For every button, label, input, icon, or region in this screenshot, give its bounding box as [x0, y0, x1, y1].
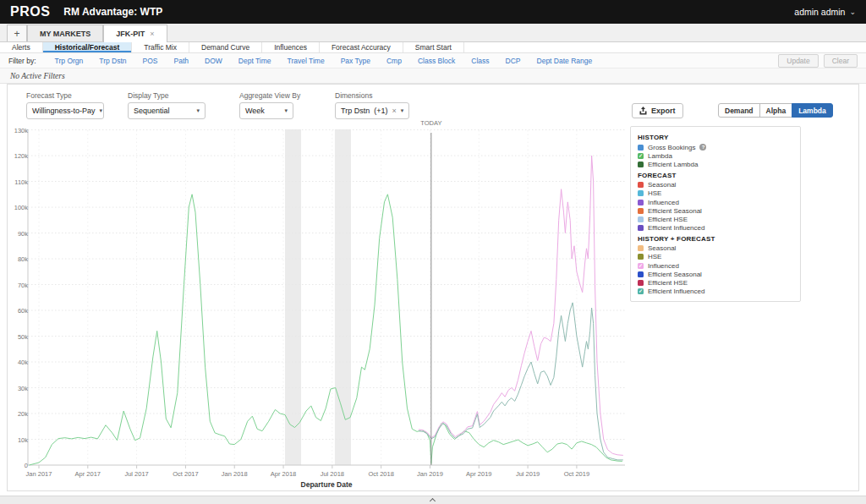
y-tick-label: 10k	[8, 436, 28, 444]
legend-item-history-forecast-hse[interactable]: HSE	[638, 253, 793, 261]
legend-item-forecast-efficient-seasonal[interactable]: Efficient Seasonal	[638, 206, 793, 215]
filter-link-cmp[interactable]: Cmp	[386, 57, 402, 65]
legend-item-history-forecast-influenced[interactable]: ✓Influenced	[638, 261, 793, 270]
shaded-band	[285, 129, 301, 465]
legend-label: Efficient Lambda	[648, 161, 698, 168]
tab-smart-start[interactable]: Smart Start	[403, 42, 464, 52]
tab-jfk-pit[interactable]: JFK-PIT ×	[103, 25, 167, 42]
tab-my-markets[interactable]: MY MARKETS	[27, 25, 103, 41]
tab-traffic-mix[interactable]: Traffic Mix	[132, 42, 189, 52]
x-tick-label: Jul 2017	[113, 470, 161, 478]
legend-checkbox[interactable]	[638, 162, 644, 167]
legend-checkbox[interactable]	[638, 182, 644, 188]
chart-legend: HISTORYGross Bookings?✓LambdaEfficient L…	[630, 126, 801, 302]
filter-link-pax-type[interactable]: Pax Type	[341, 57, 370, 65]
x-tick-label: Oct 2019	[553, 470, 600, 478]
x-tick-label: Jul 2018	[309, 470, 356, 478]
add-tab-button[interactable]: +	[7, 25, 27, 41]
legend-section-title-history: HISTORY	[638, 134, 793, 141]
bottom-scrollbar[interactable]	[0, 496, 866, 504]
filter-link-trp-orgn[interactable]: Trp Orgn	[55, 57, 84, 65]
tab-influences[interactable]: Influences	[262, 42, 320, 52]
legend-checkbox[interactable]	[638, 225, 644, 231]
tab-forecast-accuracy[interactable]: Forecast Accuracy	[320, 42, 403, 52]
legend-item-forecast-efficient-hse[interactable]: Efficient HSE	[638, 215, 793, 223]
filter-link-dow[interactable]: DOW	[205, 57, 222, 65]
legend-checkbox[interactable]: ✓	[638, 288, 644, 294]
x-tick-label: Jan 2017	[15, 470, 63, 478]
y-tick-label: 90k	[8, 230, 28, 238]
tab-historical-forecast[interactable]: Historical/Forecast	[43, 42, 133, 52]
y-tick-label: 100k	[8, 204, 28, 211]
legend-checkbox[interactable]	[638, 216, 644, 222]
help-icon[interactable]: ?	[699, 144, 706, 151]
filter-link-travel-time[interactable]: Travel Time	[288, 57, 325, 65]
forecast-chart-svg	[26, 126, 628, 471]
legend-section-title-history-forecast: HISTORY + FORECAST	[638, 235, 793, 243]
y-tick-label: 70k	[8, 282, 28, 289]
x-tick-label: Jan 2019	[406, 470, 453, 478]
legend-item-history-forecast-efficient-seasonal[interactable]: Efficient Seasonal	[638, 270, 793, 278]
filter-link-dept-time[interactable]: Dept Time	[238, 57, 271, 65]
y-tick-label: 120k	[8, 152, 28, 160]
legend-checkbox[interactable]: ✓	[638, 263, 644, 269]
tab-label: JFK-PIT	[116, 30, 145, 38]
x-tick-label: Oct 2018	[358, 470, 405, 478]
today-label: TODAY	[413, 119, 450, 127]
update-button[interactable]: Update	[778, 54, 818, 68]
legend-item-history-forecast-seasonal[interactable]: Seasonal	[638, 244, 793, 253]
filter-link-trp-dstn[interactable]: Trp Dstn	[99, 57, 126, 65]
x-tick-label: Apr 2018	[260, 470, 307, 478]
y-tick-label: 110k	[8, 178, 28, 186]
filter-link-pos[interactable]: POS	[143, 57, 158, 65]
legend-item-forecast-influenced[interactable]: Influenced	[638, 198, 793, 206]
user-menu[interactable]: admin admin ⌄	[794, 7, 856, 17]
legend-item-forecast-efficient-influenced[interactable]: Efficient Influenced	[638, 224, 793, 233]
legend-item-forecast-seasonal[interactable]: Seasonal	[638, 181, 793, 189]
filter-link-path[interactable]: Path	[174, 57, 189, 65]
legend-item-history-forecast-efficient-hse[interactable]: Efficient HSE	[638, 278, 793, 287]
legend-item-history-forecast-efficient-influenced[interactable]: ✓Efficient Influenced	[638, 288, 793, 296]
legend-label: Seasonal	[648, 181, 676, 189]
clear-button[interactable]: Clear	[824, 54, 858, 68]
legend-checkbox[interactable]	[638, 190, 644, 196]
filter-by-label: Filter by:	[8, 57, 36, 65]
y-tick-label: 0	[8, 462, 28, 469]
legend-checkbox[interactable]	[638, 145, 644, 151]
tab-demand-curve[interactable]: Demand Curve	[189, 42, 262, 52]
series-line-efficient-influenced-history-forecast	[419, 303, 623, 460]
legend-checkbox[interactable]	[638, 208, 644, 214]
x-tick-label: Apr 2019	[455, 470, 502, 478]
legend-checkbox[interactable]	[638, 280, 644, 286]
legend-checkbox[interactable]	[638, 254, 644, 260]
shaded-band	[335, 129, 351, 465]
legend-checkbox[interactable]	[638, 200, 644, 205]
x-tick-label: Oct 2017	[162, 470, 209, 478]
filter-link-class[interactable]: Class	[471, 57, 489, 65]
legend-label: Efficient Influenced	[648, 224, 704, 232]
legend-item-forecast-hse[interactable]: HSE	[638, 189, 793, 198]
legend-label: Efficient Seasonal	[648, 207, 702, 215]
legend-item-history-gross-bookings[interactable]: Gross Bookings?	[638, 143, 793, 151]
legend-checkbox[interactable]	[638, 245, 644, 251]
filter-link-class-block[interactable]: Class Block	[418, 57, 455, 65]
legend-label: Efficient Influenced	[648, 288, 704, 295]
legend-label: Efficient HSE	[648, 279, 688, 287]
x-tick-label: Apr 2017	[64, 470, 112, 478]
legend-label: Efficient HSE	[648, 216, 688, 223]
legend-item-history-efficient-lambda[interactable]: Efficient Lambda	[638, 160, 793, 168]
chevron-down-icon: ⌄	[849, 8, 856, 16]
close-icon[interactable]: ×	[150, 30, 154, 38]
legend-label: HSE	[648, 253, 661, 260]
series-line-lambda-history	[29, 194, 622, 465]
y-tick-label: 40k	[8, 359, 28, 366]
legend-label: Influenced	[648, 199, 679, 206]
filter-link-dcp[interactable]: DCP	[506, 57, 521, 65]
legend-checkbox[interactable]	[638, 271, 644, 277]
legend-checkbox[interactable]: ✓	[638, 153, 644, 159]
tab-alerts[interactable]: Alerts	[0, 42, 43, 52]
legend-label: HSE	[648, 189, 661, 197]
y-tick-label: 30k	[8, 385, 28, 392]
filter-link-dept-date-range[interactable]: Dept Date Range	[537, 57, 593, 65]
legend-item-history-lambda[interactable]: ✓Lambda	[638, 151, 793, 160]
